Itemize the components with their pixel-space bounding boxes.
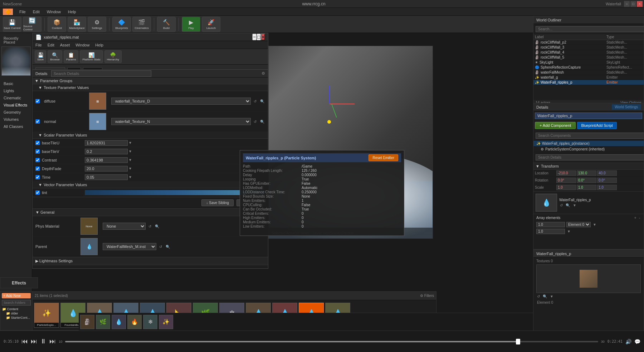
preview-find-btn[interactable]: 🔍 <box>565 203 571 207</box>
outliner-search-input[interactable] <box>536 26 644 32</box>
save-current-btn[interactable]: 💾 Save Current <box>3 17 21 32</box>
mat-browse-btn[interactable]: 🔍 Browse <box>48 50 62 63</box>
mat-menu-asset[interactable]: Asset <box>57 42 73 48</box>
transform-header[interactable]: ▼ Transform <box>533 163 644 170</box>
base-tile-u-checkbox[interactable] <box>35 141 40 145</box>
normal-enabled-checkbox[interactable] <box>35 119 40 124</box>
outliner-item-rockcliffwall5[interactable]: 🗿 rockCliffWall_5 StaticMesh... <box>533 55 644 60</box>
outliner-item-skylight[interactable]: ☀ SkyLight SkyLight <box>533 60 644 65</box>
diffuse-texture-preview[interactable]: ▦ <box>89 93 106 110</box>
play-btn[interactable]: ▶ Play <box>182 17 200 32</box>
launch-btn[interactable]: 🚀 Launch <box>202 17 220 32</box>
preview-reset-btn[interactable]: ↺ <box>559 203 564 207</box>
phys-find-btn[interactable]: 🔍 <box>154 224 160 228</box>
phys-reset-btn[interactable]: ↺ <box>148 224 152 228</box>
rotation-x-input[interactable] <box>556 178 576 183</box>
mat-params-btn[interactable]: 📋 Params <box>64 50 79 63</box>
folder-content[interactable]: 📁 Content <box>2 307 31 311</box>
contrast-checkbox[interactable] <box>35 158 40 162</box>
menu-file[interactable]: File <box>16 9 29 15</box>
minimize-btn[interactable]: − <box>624 1 630 7</box>
base-tile-v-down[interactable]: ▼ <box>128 149 133 153</box>
scale-x-input[interactable] <box>556 185 576 190</box>
timeline-track[interactable] <box>65 341 598 342</box>
texture-reset-btn[interactable]: ↺ <box>536 294 541 298</box>
folder-starter[interactable]: 📁 StarterCont... <box>2 316 31 320</box>
array-add-btn[interactable]: + <box>634 216 637 220</box>
parent-preview[interactable]: 💧 <box>80 238 98 255</box>
menu-help[interactable]: Help <box>64 9 80 15</box>
save-sibling-btn[interactable]: ↓ Save Sibling <box>201 199 233 206</box>
normal-reset-btn[interactable]: ↺ <box>253 120 257 124</box>
parent-find-btn[interactable]: 🔍 <box>165 245 171 249</box>
location-x-input[interactable] <box>556 170 576 176</box>
array-remove-btn[interactable]: - <box>638 216 641 220</box>
mat-close-btn[interactable]: × <box>261 34 265 40</box>
texture-find-btn[interactable]: 🔍 <box>542 294 548 298</box>
texture-preview-large[interactable] <box>536 264 641 293</box>
depth-fade-checkbox[interactable] <box>35 167 40 171</box>
chat-icon[interactable]: 💬 <box>634 339 640 344</box>
content-filter-btn[interactable]: ⚙ Filters <box>420 294 434 298</box>
mat-hierarchy-btn[interactable]: 🌳 Hierarchy <box>104 50 122 63</box>
thumb-4[interactable]: 🔥 <box>127 315 142 329</box>
component-item-particle[interactable]: ⚙ ParticleSystemComponent (inherited) <box>533 147 644 152</box>
value1-down-btn[interactable]: ▼ <box>566 229 571 233</box>
settings-btn[interactable]: ⚙ Settings <box>88 17 106 32</box>
parent-select[interactable]: WaterFallMesh_M.inst <box>103 243 156 250</box>
details-settings-icon[interactable]: ⚙ <box>262 71 265 76</box>
diffuse-reset-btn[interactable]: ↺ <box>253 99 257 103</box>
world-settings-btn[interactable]: World Settings <box>612 104 641 110</box>
thumb-1[interactable]: 🗿 <box>80 315 94 329</box>
folder-older[interactable]: 📁 older <box>2 311 31 316</box>
rotation-z-input[interactable] <box>597 178 617 183</box>
play-back-btn[interactable]: ⏭ <box>31 338 37 345</box>
thumb-3[interactable]: 💧 <box>112 315 126 329</box>
tint-checkbox[interactable] <box>35 190 40 195</box>
texture-params-header[interactable]: ▼ Texture Parameter Values <box>33 84 268 91</box>
time-down[interactable]: ▼ <box>128 175 133 179</box>
play-skip-back-btn[interactable]: ⏮ <box>21 338 28 345</box>
sidebar-item-all-classes[interactable]: All Classes <box>1 123 30 130</box>
content-item-0[interactable]: ✨ ParticleExplo... <box>34 303 59 328</box>
cinematics-btn[interactable]: 🎬 Cinematics <box>132 17 151 32</box>
element0-input-1[interactable] <box>536 222 565 227</box>
sidebar-item-cinematic[interactable]: Cinematic <box>1 94 30 101</box>
source-control-btn[interactable]: 🔄 Source Control <box>23 17 42 32</box>
sidebar-item-lights[interactable]: Lights <box>1 87 30 94</box>
marketplace-btn[interactable]: 🏪 Marketplace <box>68 17 86 32</box>
maximize-btn[interactable]: □ <box>630 1 636 7</box>
mat-maximize-btn[interactable]: □ <box>257 34 261 40</box>
outliner-item-waterfall-g[interactable]: ✨ waterfall_g Emitter <box>533 75 644 80</box>
mat-menu-edit[interactable]: Edit <box>45 42 57 48</box>
scale-z-input[interactable] <box>597 185 617 190</box>
mat-menu-file[interactable]: File <box>33 42 45 48</box>
normal-texture-preview[interactable]: ▦ <box>89 113 106 130</box>
content-search-input[interactable] <box>2 300 31 306</box>
time-input[interactable] <box>85 174 128 180</box>
mat-platform-stats-btn[interactable]: 📊 Platform Stats <box>80 50 103 63</box>
normal-find-btn[interactable]: 🔍 <box>259 120 265 124</box>
depth-fade-down[interactable]: ▼ <box>128 167 133 170</box>
tint-color-bar[interactable] <box>85 190 265 195</box>
texture-down-btn[interactable]: ▼ <box>549 294 554 298</box>
mat-menu-window[interactable]: Window <box>73 42 92 48</box>
play-pause-btn[interactable]: ⏸ <box>40 338 47 345</box>
play-forward-btn[interactable]: ⏭ <box>49 338 56 345</box>
rotation-y-input[interactable] <box>577 178 596 183</box>
scalar-params-header[interactable]: ▼ Scalar Parameter Values <box>33 132 268 139</box>
base-tile-u-input[interactable] <box>85 140 128 146</box>
menu-window[interactable]: Window <box>43 9 64 15</box>
phys-material-preview[interactable]: None <box>80 218 98 235</box>
location-z-input[interactable] <box>597 170 617 176</box>
actor-name-input[interactable] <box>535 113 642 119</box>
base-tile-v-input[interactable] <box>85 149 128 154</box>
mat-save-btn[interactable]: 💾 Save <box>35 50 46 63</box>
vector-params-header[interactable]: ▼ Vector Parameter Values <box>33 182 268 188</box>
normal-texture-select[interactable]: waterfall_Texture_N <box>111 118 251 125</box>
add-component-btn[interactable]: + Add Component <box>535 122 576 129</box>
blueprint-script-btn[interactable]: Blueprint/Add Script <box>577 122 616 129</box>
thumb-5[interactable]: ❄ <box>143 315 157 329</box>
component-details-search[interactable] <box>536 154 644 160</box>
diffuse-find-btn[interactable]: 🔍 <box>259 99 265 103</box>
